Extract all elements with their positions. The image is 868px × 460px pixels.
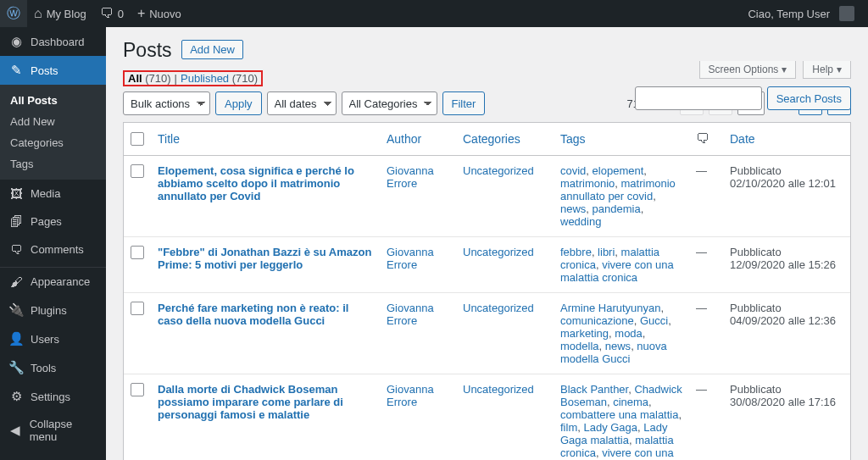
appearance-icon: 🖌 [8, 274, 24, 289]
col-comments[interactable]: 🗨 [689, 123, 723, 156]
add-new-button[interactable]: Add New [181, 40, 243, 59]
media-icon: 🖾 [8, 186, 24, 201]
menu-item-settings[interactable]: ⚙Settings [0, 382, 106, 411]
col-tags[interactable]: Tags [554, 123, 689, 156]
comments-link[interactable]: 🗨0 [93, 0, 131, 27]
category-link[interactable]: Uncategorized [463, 164, 534, 177]
dashboard-icon: ◉ [8, 34, 24, 49]
date-cell: Pubblicato04/09/2020 alle 12:36 [723, 293, 850, 374]
author-link[interactable]: Giovanna Errore [387, 246, 434, 271]
submenu-item-all-posts[interactable]: All Posts [0, 90, 106, 111]
chevron-down-icon: ▾ [837, 64, 842, 75]
wp-logo[interactable]: ⓦ [0, 0, 27, 27]
comments-icon: 🗨 [8, 242, 24, 257]
col-title[interactable]: Title [151, 123, 380, 156]
menu-item-media[interactable]: 🖾Media [0, 180, 106, 208]
tag-link[interactable]: covid [560, 164, 586, 177]
col-date[interactable]: Date [723, 123, 850, 156]
categories-filter[interactable]: All Categories [342, 91, 437, 115]
tag-link[interactable]: marketing [560, 327, 609, 340]
comments-cell: — [689, 293, 723, 374]
post-title-link[interactable]: Dalla morte di Chadwick Boseman possiamo… [158, 383, 343, 421]
row-checkbox[interactable] [131, 383, 144, 396]
tag-link[interactable]: Armine Harutyunyan [560, 302, 661, 314]
admin-toolbar: ⓦ ⌂My Blog 🗨0 +Nuovo Ciao, Temp User [0, 0, 868, 27]
comment-bubble-icon: 🗨 [100, 7, 114, 20]
tag-link[interactable]: libri [598, 246, 615, 258]
menu-item-tools[interactable]: 🔧Tools [0, 353, 106, 382]
comments-count: 0 [118, 8, 124, 20]
submenu-item-tags[interactable]: Tags [0, 153, 106, 175]
settings-icon: ⚙ [8, 389, 24, 404]
submenu-item-add-new[interactable]: Add New [0, 111, 106, 132]
comments-cell: — [689, 156, 723, 237]
tag-link[interactable]: comunicazione [560, 314, 634, 327]
author-link[interactable]: Giovanna Errore [387, 302, 434, 327]
bulk-actions-select[interactable]: Bulk actions [123, 91, 210, 115]
author-link[interactable]: Giovanna Errore [387, 164, 434, 190]
category-link[interactable]: Uncategorized [463, 302, 534, 314]
admin-menu: ◉Dashboard✎PostsAll PostsAdd NewCategori… [0, 27, 106, 460]
select-all-checkbox[interactable] [131, 132, 144, 146]
tag-link[interactable]: moda [615, 327, 643, 340]
tag-link[interactable]: matrimonio [560, 177, 615, 190]
author-link[interactable]: Giovanna Errore [387, 383, 434, 408]
page-title: Posts [123, 39, 172, 62]
new-content-link[interactable]: +Nuovo [131, 0, 188, 27]
submenu-item-categories[interactable]: Categories [0, 132, 106, 153]
tag-link[interactable]: Black Panther [560, 383, 628, 396]
row-checkbox[interactable] [131, 164, 144, 178]
tag-link[interactable]: film [560, 421, 577, 434]
tag-link[interactable]: cinema [613, 396, 648, 408]
menu-item-appearance[interactable]: 🖌Appearance [0, 268, 106, 296]
tag-link[interactable]: news [560, 202, 586, 215]
tag-link[interactable]: febbre [560, 246, 592, 258]
table-row: Perché fare marketing non è reato: il ca… [124, 293, 850, 374]
menu-item-pages[interactable]: 🗐Pages [0, 208, 106, 236]
user-greeting[interactable]: Ciao, Temp User [741, 0, 861, 27]
menu-item-users[interactable]: 👤Users [0, 324, 106, 353]
avatar [839, 6, 854, 21]
pages-icon: 🗐 [8, 214, 24, 229]
help-button[interactable]: Help▾ [803, 61, 851, 79]
search-button[interactable]: Search Posts [767, 86, 851, 110]
col-author[interactable]: Author [380, 123, 456, 156]
apply-button[interactable]: Apply [215, 91, 262, 115]
tag-link[interactable]: Gucci [640, 314, 668, 327]
menu-item-collapse-menu[interactable]: ◀Collapse menu [0, 411, 106, 450]
site-name: My Blog [47, 8, 86, 20]
filter-button[interactable]: Filter [442, 91, 486, 115]
category-link[interactable]: Uncategorized [463, 246, 534, 258]
col-categories[interactable]: Categories [456, 123, 554, 156]
tag-link[interactable]: combattere una malattia [560, 408, 678, 421]
tag-link[interactable]: news [605, 340, 631, 352]
tag-link[interactable]: wedding [560, 215, 601, 228]
date-cell: Pubblicato02/10/2020 alle 12:01 [723, 156, 850, 237]
filter-all[interactable]: All (710) [128, 72, 171, 85]
post-title-link[interactable]: Elopement, cosa significa e perché lo ab… [158, 164, 354, 202]
posts-table: Title Author Categories Tags 🗨 Date Elop… [123, 122, 851, 460]
collapse-icon: ◀ [8, 423, 23, 438]
comments-cell: — [689, 237, 723, 293]
dates-filter[interactable]: All dates [267, 91, 337, 115]
tag-link[interactable]: elopement [593, 164, 644, 177]
menu-item-comments[interactable]: 🗨Comments [0, 236, 106, 263]
tag-link[interactable]: pandemia [593, 202, 641, 215]
row-checkbox[interactable] [131, 302, 144, 315]
filter-published[interactable]: Published (710) [181, 72, 258, 85]
post-title-link[interactable]: "Febbre" di Jonathan Bazzi è su Amazon P… [158, 246, 371, 271]
users-icon: 👤 [8, 331, 24, 346]
menu-item-plugins[interactable]: 🔌Plugins [0, 296, 106, 324]
site-name-link[interactable]: ⌂My Blog [27, 0, 93, 27]
post-title-link[interactable]: Perché fare marketing non è reato: il ca… [158, 302, 348, 327]
content-area: Screen Options▾ Help▾ Posts Add New All … [106, 27, 868, 460]
menu-item-posts[interactable]: ✎Posts [0, 56, 106, 85]
search-input[interactable] [635, 86, 762, 110]
table-row: Elopement, cosa significa e perché lo ab… [124, 156, 850, 237]
category-link[interactable]: Uncategorized [463, 383, 534, 396]
tag-link[interactable]: Lady Gaga [583, 421, 637, 434]
screen-options-button[interactable]: Screen Options▾ [699, 61, 797, 79]
row-checkbox[interactable] [131, 246, 144, 259]
tag-link[interactable]: modella [560, 340, 599, 352]
menu-item-dashboard[interactable]: ◉Dashboard [0, 27, 106, 56]
